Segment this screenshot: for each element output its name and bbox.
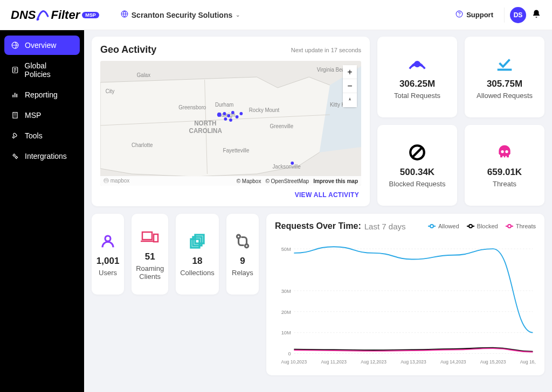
- svg-line-39: [413, 148, 422, 157]
- svg-text:Greenville: Greenville: [270, 123, 294, 129]
- stat-users[interactable]: 1,001 Users: [92, 214, 124, 295]
- legend-allowed[interactable]: Allowed: [428, 223, 459, 229]
- svg-text:City: City: [106, 88, 115, 94]
- sidebar-item-overview[interactable]: Overview: [4, 36, 80, 55]
- svg-text:Aug 12,2023: Aug 12,2023: [361, 359, 387, 365]
- svg-point-28: [223, 112, 226, 115]
- svg-rect-43: [142, 232, 152, 240]
- svg-text:CAROLINA: CAROLINA: [189, 127, 223, 135]
- mapbox-logo: ⓜ mapbox: [104, 177, 129, 185]
- stat-threats[interactable]: 659.01K Threats: [465, 125, 544, 206]
- skull-icon: [496, 143, 513, 162]
- bar-icon: [11, 91, 19, 99]
- geo-next-update: Next update in 17 seconds: [291, 47, 361, 53]
- svg-point-11: [16, 157, 17, 159]
- sidebar: Overview Global Policies Reporting MSP: [0, 30, 84, 392]
- svg-text:Aug 11,2023: Aug 11,2023: [321, 359, 347, 365]
- org-switcher[interactable]: Scranton Security Solutions ⌄: [121, 10, 240, 19]
- svg-point-29: [227, 114, 230, 117]
- svg-point-52: [430, 225, 433, 228]
- svg-rect-9: [13, 113, 17, 118]
- svg-text:Fayetteville: Fayetteville: [223, 148, 249, 153]
- svg-text:10M: 10M: [281, 330, 291, 335]
- svg-text:20M: 20M: [281, 309, 291, 314]
- sidebar-item-msp[interactable]: MSP: [4, 106, 80, 125]
- stat-blocked-requests[interactable]: 500.34K Blocked Requests: [377, 125, 457, 206]
- geo-map[interactable]: Galax City Greensboro Durham Raleigh Roc…: [100, 61, 361, 186]
- support-link[interactable]: Support: [450, 7, 499, 23]
- chart-title: Requests Over Time:: [275, 221, 361, 231]
- svg-text:0: 0: [288, 351, 291, 356]
- svg-text:Aug 10,2023: Aug 10,2023: [281, 359, 307, 365]
- sidebar-item-reporting[interactable]: Reporting: [4, 85, 80, 104]
- stack-icon: [189, 232, 206, 250]
- building-icon: [11, 111, 19, 119]
- bell-icon[interactable]: [532, 9, 541, 21]
- stat-total-requests[interactable]: 306.25M Total Requests: [377, 37, 457, 117]
- check-icon: [494, 55, 515, 73]
- svg-point-50: [245, 244, 248, 247]
- top-bar: DNS Filter MSP Scranton Security Solutio…: [0, 0, 552, 30]
- svg-text:Greensboro: Greensboro: [178, 104, 206, 110]
- total-icon: [408, 55, 426, 73]
- policy-icon: [11, 66, 19, 74]
- map-zoom-out[interactable]: −: [343, 79, 357, 93]
- sidebar-item-tools[interactable]: Tools: [4, 126, 80, 145]
- sidebar-item-integrations[interactable]: Intergrations: [4, 146, 80, 166]
- chart-legend: Allowed Blocked Threats: [428, 223, 536, 229]
- svg-point-10: [13, 155, 16, 157]
- svg-point-30: [231, 111, 234, 114]
- stat-allowed-requests[interactable]: 305.75M Allowed Requests: [465, 37, 544, 117]
- svg-point-54: [469, 225, 472, 228]
- legend-blocked[interactable]: Blocked: [467, 223, 498, 229]
- svg-point-42: [105, 236, 111, 241]
- stat-relays[interactable]: 9 Relays: [226, 214, 259, 295]
- svg-text:Galax: Galax: [137, 72, 150, 78]
- svg-point-0: [37, 18, 39, 20]
- map-compass[interactable]: [343, 93, 357, 107]
- devices-icon: [141, 228, 159, 246]
- svg-point-3: [459, 15, 460, 16]
- msp-badge: MSP: [82, 12, 99, 18]
- stat-roaming-clients[interactable]: 51 Roaming Clients: [132, 214, 168, 295]
- requests-over-time-card: Requests Over Time: Last 7 days Allowed …: [266, 214, 544, 375]
- globe-icon: [11, 41, 19, 49]
- globe-icon: [121, 10, 128, 19]
- svg-point-31: [236, 115, 239, 118]
- svg-rect-6: [12, 95, 13, 97]
- stat-collections[interactable]: 18 Collections: [176, 214, 219, 295]
- gears-icon: [11, 152, 19, 160]
- chart-subtitle: Last 7 days: [364, 222, 406, 231]
- geo-activity-card: Geo Activity Next update in 17 seconds: [92, 37, 370, 206]
- svg-point-32: [239, 112, 243, 115]
- svg-text:Aug 13,2023: Aug 13,2023: [401, 359, 426, 365]
- org-name: Scranton Security Solutions: [132, 11, 232, 19]
- svg-point-41: [505, 150, 508, 153]
- svg-point-27: [217, 113, 222, 117]
- svg-rect-7: [15, 93, 16, 97]
- svg-text:30M: 30M: [281, 289, 291, 294]
- svg-text:Jacksonville: Jacksonville: [272, 164, 301, 170]
- svg-text:NORTH: NORTH: [194, 120, 216, 127]
- help-icon: [456, 10, 463, 19]
- svg-text:Charlotte: Charlotte: [132, 142, 153, 148]
- block-icon: [408, 143, 426, 162]
- svg-point-35: [291, 162, 294, 165]
- wrench-icon: [11, 132, 19, 139]
- sidebar-item-policies[interactable]: Global Policies: [4, 56, 80, 84]
- svg-point-34: [224, 117, 227, 121]
- chevron-down-icon: ⌄: [236, 12, 240, 18]
- svg-rect-45: [154, 234, 158, 242]
- svg-text:50M: 50M: [281, 247, 291, 252]
- map-zoom-in[interactable]: +: [343, 65, 357, 79]
- map-controls: + −: [343, 65, 357, 107]
- geo-title: Geo Activity: [100, 44, 156, 55]
- avatar[interactable]: DS: [510, 7, 526, 23]
- line-chart[interactable]: 50M30M20M10M0Aug 10,2023Aug 11,2023Aug 1…: [275, 235, 536, 368]
- svg-point-40: [501, 150, 503, 153]
- view-all-activity-link[interactable]: VIEW ALL ACTIVITY: [100, 186, 361, 202]
- legend-threats[interactable]: Threats: [506, 223, 536, 229]
- brand-logo: DNS Filter MSP: [11, 8, 99, 22]
- svg-text:Rocky Mount: Rocky Mount: [249, 107, 280, 113]
- svg-point-56: [508, 225, 511, 228]
